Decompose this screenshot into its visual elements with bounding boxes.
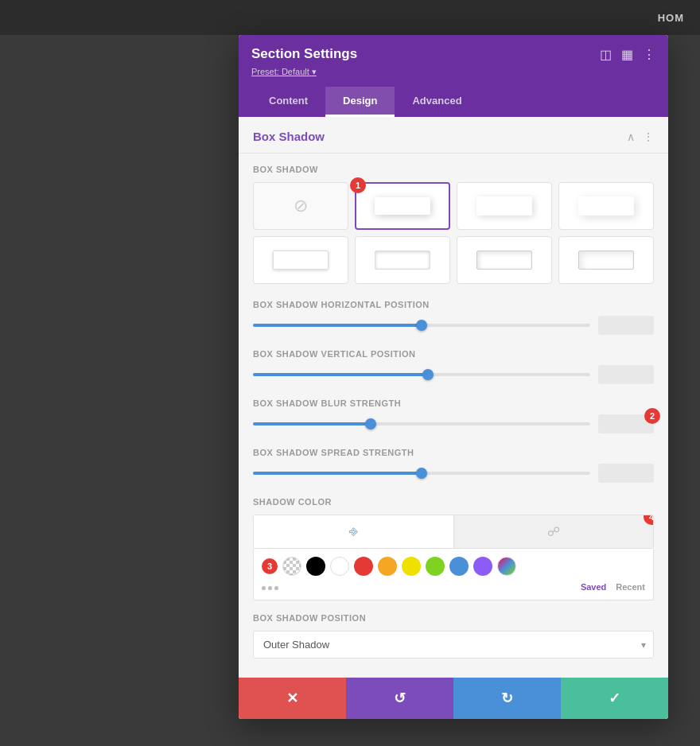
blur-strength-slider-container: 30px 2 [253, 414, 654, 433]
vertical-position-slider-container: 2px [253, 365, 654, 384]
preset-badge-1: 1 [350, 177, 366, 193]
more-options-icon[interactable]: ⋮ [643, 47, 655, 62]
shadow-position-row: Box Shadow Position Outer Shadow Inner S… [253, 613, 654, 659]
vertical-position-track[interactable] [253, 373, 590, 376]
preset-label: Preset: Default ▾ [251, 67, 655, 77]
blur-strength-thumb[interactable] [365, 418, 376, 429]
shadow-preview-3 [578, 196, 635, 215]
vertical-position-label: Box Shadow Vertical Position [253, 349, 654, 359]
swatch-purple[interactable] [473, 557, 492, 576]
tab-advanced[interactable]: Advanced [395, 87, 479, 117]
swatch-gradient[interactable] [497, 557, 516, 576]
box-shadow-section-header: Box Shadow ∧ ⋮ [239, 117, 668, 153]
swatches-bottom-row: Saved Recent [262, 581, 645, 592]
shadow-color-label: Shadow Color [253, 497, 654, 507]
swatches-badge-3: 3 [262, 558, 278, 574]
swatches-row: 3 [262, 557, 645, 576]
spread-strength-fill [253, 472, 422, 475]
recent-tab[interactable]: Recent [616, 582, 645, 592]
shadow-preset-4[interactable] [253, 236, 348, 284]
tab-bar: Content Design Advanced [251, 87, 655, 117]
horizontal-position-label: Box Shadow Horizontal Position [253, 300, 654, 309]
saved-recent-tabs: Saved Recent [581, 582, 645, 592]
reset-button[interactable]: ↺ [346, 678, 453, 719]
pin-icon: ☍ [547, 524, 560, 539]
horizontal-position-track[interactable] [253, 324, 590, 327]
swatch-orange[interactable] [378, 557, 397, 576]
shadow-preview-7 [578, 251, 635, 269]
shadow-color-right[interactable]: ☍ [454, 515, 654, 548]
panel-body: Box Shadow ∧ ⋮ Box Shadow ⊘ 1 [239, 117, 668, 719]
panel-header-icons: ◫ ▦ ⋮ [600, 47, 655, 62]
blur-strength-badge: 2 [644, 408, 660, 424]
section-more-icon[interactable]: ⋮ [643, 130, 654, 143]
spread-strength-track[interactable] [253, 472, 590, 475]
blur-strength-value-wrapper: 30px 2 [598, 414, 654, 433]
swatch-green[interactable] [426, 557, 445, 576]
vertical-position-fill [253, 373, 428, 376]
screen-icon[interactable]: ◫ [600, 47, 612, 62]
swatch-transparent[interactable] [282, 557, 301, 576]
shadow-preview-2 [476, 196, 533, 215]
no-shadow-icon: ⊘ [294, 196, 308, 216]
shadow-preset-7[interactable] [558, 236, 654, 284]
swatch-blue[interactable] [449, 557, 469, 576]
swatch-red[interactable] [354, 557, 373, 576]
shadow-preset-6[interactable] [457, 236, 552, 284]
cancel-button[interactable]: ✕ [239, 678, 346, 719]
panel-title: Section Settings [251, 46, 357, 62]
swatch-white[interactable] [330, 557, 349, 576]
dot-1 [262, 586, 266, 590]
box-shadow-section-title: Box Shadow [253, 130, 325, 143]
shadow-preview-1 [375, 197, 430, 215]
box-shadow-field-label: Box Shadow [253, 165, 654, 174]
content-area: Box Shadow ⊘ 1 [239, 153, 668, 678]
saved-tab[interactable]: Saved [581, 582, 606, 592]
vertical-position-thumb[interactable] [422, 369, 434, 380]
shadow-preset-none[interactable]: ⊘ [253, 182, 348, 230]
blur-strength-track[interactable] [253, 422, 590, 425]
preset-link[interactable]: Preset: Default ▾ [251, 67, 317, 76]
top-bar-label: HOM [658, 12, 684, 24]
vertical-position-row: Box Shadow Vertical Position 2px [253, 349, 654, 384]
blur-strength-label: Box Shadow Blur Strength [253, 398, 654, 408]
shadow-color-left[interactable]: ⎆ [254, 515, 454, 548]
monitor-icon: ⎆ [349, 523, 358, 540]
panel-header-top: Section Settings ◫ ▦ ⋮ [251, 46, 655, 62]
shadow-preset-5[interactable] [355, 236, 450, 284]
spread-strength-thumb[interactable] [416, 468, 427, 479]
blur-strength-fill [253, 422, 371, 425]
dots-row [262, 586, 278, 590]
layout-icon[interactable]: ▦ [621, 47, 633, 62]
horizontal-position-input[interactable]: 0px [598, 316, 654, 335]
horizontal-position-fill [253, 324, 422, 327]
shadow-preset-2[interactable] [457, 182, 552, 230]
horizontal-position-thumb[interactable] [416, 320, 427, 331]
shadow-position-select[interactable]: Outer Shadow Inner Shadow [253, 631, 654, 659]
color-swatches-area: 3 [253, 549, 654, 600]
blur-strength-row: Box Shadow Blur Strength 30px 2 [253, 398, 654, 433]
settings-panel: Section Settings ◫ ▦ ⋮ Preset: Default ▾… [239, 35, 668, 719]
vertical-position-input[interactable]: 2px [598, 365, 654, 384]
collapse-icon[interactable]: ∧ [627, 130, 635, 143]
shadow-preview-4 [273, 251, 329, 269]
spread-strength-row: Box Shadow Spread Strength 0px [253, 448, 654, 483]
spread-strength-input[interactable]: 0px [598, 464, 654, 483]
shadow-preset-1[interactable]: 1 [355, 182, 450, 230]
save-button[interactable]: ✓ [561, 678, 668, 719]
shadow-preset-3[interactable] [558, 182, 654, 230]
redo-button[interactable]: ↻ [453, 678, 561, 719]
top-bar: HOM [0, 0, 700, 35]
shadow-preview-5 [375, 251, 431, 269]
swatch-black[interactable] [306, 557, 325, 576]
swatch-yellow[interactable] [402, 557, 421, 576]
spread-strength-label: Box Shadow Spread Strength [253, 448, 654, 457]
shadow-presets-grid: ⊘ 1 [253, 182, 654, 284]
tab-design[interactable]: Design [325, 87, 395, 117]
spread-strength-slider-container: 0px [253, 464, 654, 483]
tab-content[interactable]: Content [251, 87, 325, 117]
dot-2 [268, 586, 272, 590]
shadow-position-label: Box Shadow Position [253, 613, 654, 623]
section-header-icons: ∧ ⋮ [627, 130, 654, 143]
shadow-color-input-group: ⎆ ☍ 4 [253, 515, 654, 549]
